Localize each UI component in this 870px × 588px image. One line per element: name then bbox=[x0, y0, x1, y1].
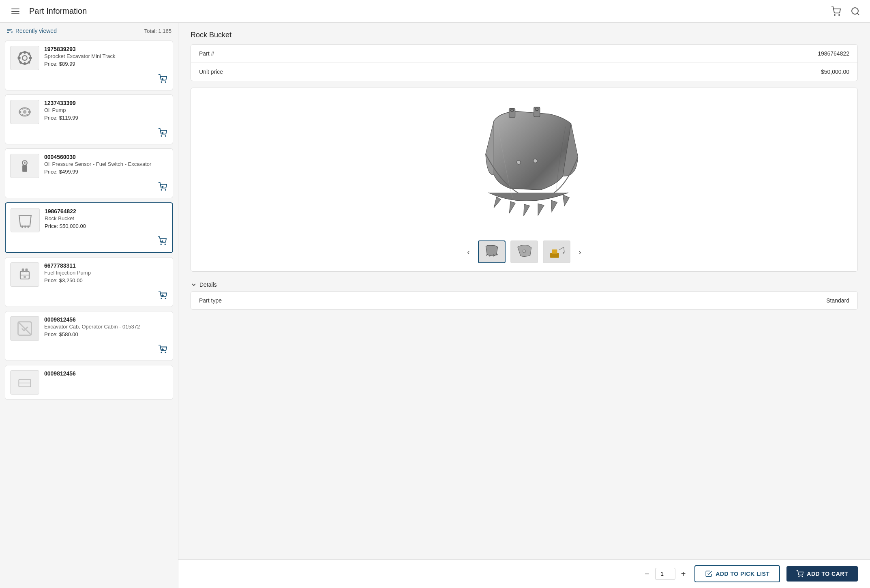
add-to-cart-small-button[interactable] bbox=[157, 181, 168, 193]
svg-rect-39 bbox=[28, 225, 29, 228]
svg-line-3 bbox=[857, 13, 859, 15]
prev-image-button[interactable]: ‹ bbox=[464, 246, 473, 258]
svg-rect-32 bbox=[24, 160, 26, 161]
svg-rect-9 bbox=[24, 51, 26, 54]
part-price: Price: $3,250.00 bbox=[44, 277, 168, 283]
sidebar-total: Total: 1,165 bbox=[144, 28, 171, 34]
image-gallery: ‹ bbox=[191, 88, 858, 272]
cart-icon bbox=[831, 6, 841, 16]
add-to-cart-small-button[interactable] bbox=[157, 127, 168, 139]
part-info: 1237433399 Oil Pump Price: $119.99 bbox=[44, 100, 168, 121]
part-thumbnail-no-image bbox=[10, 316, 39, 341]
cart-add-icon bbox=[158, 345, 167, 354]
svg-point-72 bbox=[799, 576, 799, 577]
part-info: 6677783311 Fuel Injection Pump Price: $3… bbox=[44, 262, 168, 283]
part-number: 0004560030 bbox=[44, 154, 168, 160]
part-name: Oil Pump bbox=[44, 107, 168, 113]
part-number: 1237433399 bbox=[44, 100, 168, 106]
svg-rect-24 bbox=[28, 111, 31, 113]
part-price: Price: $580.00 bbox=[44, 331, 168, 337]
generic-part-icon bbox=[16, 373, 34, 391]
add-to-cart-small-button[interactable] bbox=[157, 290, 168, 302]
search-button[interactable] bbox=[849, 5, 862, 18]
cart-button[interactable] bbox=[829, 5, 842, 18]
app-header: Part Information bbox=[0, 0, 870, 23]
part-info: 1986764822 Rock Bucket Price: $50,000.00 bbox=[45, 208, 167, 229]
svg-point-50 bbox=[165, 298, 166, 299]
menu-button[interactable] bbox=[8, 5, 23, 17]
add-to-cart-button[interactable]: ADD TO CART bbox=[786, 566, 858, 582]
product-title: Rock Bucket bbox=[178, 23, 870, 44]
part-info: 0004560030 Oil Pressure Sensor - Fuel Sw… bbox=[44, 154, 168, 175]
cart-add-icon bbox=[158, 182, 167, 191]
part-card-0009812456b[interactable]: 0009812456 bbox=[5, 365, 173, 400]
part-number: 6677783311 bbox=[44, 262, 168, 269]
quantity-input[interactable] bbox=[655, 568, 675, 580]
part-card-top: 0009812456 bbox=[10, 370, 168, 395]
part-thumbnail bbox=[10, 262, 39, 287]
part-info-card: Part # 1986764822 Unit price $50,000.00 bbox=[191, 44, 858, 81]
cart-add-icon bbox=[158, 291, 167, 300]
action-bar: − + ADD TO PICK LIST ADD TO CART bbox=[178, 559, 870, 588]
part-number: 1975839293 bbox=[44, 46, 168, 52]
svg-point-8 bbox=[22, 56, 27, 60]
part-type-row: Part type Standard bbox=[191, 292, 857, 309]
thumbnail-1[interactable] bbox=[478, 240, 506, 263]
main-product-image bbox=[199, 96, 849, 234]
next-image-button[interactable]: › bbox=[575, 246, 585, 258]
svg-rect-62 bbox=[534, 107, 540, 117]
add-to-cart-small-button[interactable] bbox=[157, 73, 168, 85]
part-card-0004560030[interactable]: 0004560030 Oil Pressure Sensor - Fuel Sw… bbox=[5, 148, 173, 198]
svg-point-2 bbox=[852, 8, 858, 14]
part-card-6677783311[interactable]: 6677783311 Fuel Injection Pump Price: $3… bbox=[5, 257, 173, 307]
part-number-value: 1986764822 bbox=[818, 50, 849, 57]
details-header[interactable]: Details bbox=[191, 278, 858, 291]
thumbnail-3[interactable] bbox=[543, 240, 570, 263]
part-card-1975839293[interactable]: 1975839293 Sprocket Excavator Mini Track… bbox=[5, 41, 173, 90]
part-name: Sprocket Excavator Mini Track bbox=[44, 53, 168, 59]
cart-icon-btn bbox=[796, 570, 804, 577]
quantity-decrease-button[interactable]: − bbox=[642, 569, 652, 579]
svg-point-0 bbox=[834, 15, 835, 15]
part-number: 0009812456 bbox=[44, 370, 168, 377]
svg-rect-10 bbox=[24, 62, 26, 65]
part-price: Price: $89.99 bbox=[44, 61, 168, 67]
part-card-top: 1237433399 Oil Pump Price: $119.99 bbox=[10, 100, 168, 124]
content-area: Rock Bucket Part # 1986764822 Unit price… bbox=[178, 23, 870, 588]
hamburger-icon bbox=[10, 7, 21, 16]
svg-line-71 bbox=[564, 247, 564, 252]
svg-point-65 bbox=[517, 160, 521, 164]
svg-point-22 bbox=[23, 110, 27, 114]
quantity-control: − + bbox=[642, 568, 688, 580]
add-to-pick-list-button[interactable]: ADD TO PICK LIST bbox=[694, 565, 780, 582]
rock-bucket-svg bbox=[455, 96, 593, 234]
no-image-icon bbox=[16, 320, 34, 337]
cart-add-icon bbox=[158, 74, 167, 83]
svg-point-73 bbox=[802, 576, 803, 577]
thumbnail-2[interactable] bbox=[510, 240, 538, 263]
svg-point-1 bbox=[839, 15, 840, 15]
part-card-top: 0004560030 Oil Pressure Sensor - Fuel Sw… bbox=[10, 154, 168, 178]
quantity-increase-button[interactable]: + bbox=[679, 569, 688, 579]
add-to-cart-small-button[interactable] bbox=[157, 344, 168, 356]
cart-add-icon bbox=[158, 236, 167, 245]
thumb-excavator-icon bbox=[548, 244, 566, 260]
svg-rect-61 bbox=[509, 109, 515, 118]
page-title: Part Information bbox=[29, 6, 87, 16]
part-card-bottom bbox=[11, 236, 167, 247]
details-body: Part type Standard bbox=[191, 291, 858, 310]
part-card-0009812456a[interactable]: 0009812456 Excavator Cab, Operator Cabin… bbox=[5, 311, 173, 361]
svg-point-25 bbox=[161, 135, 162, 136]
chevron-down-icon bbox=[191, 281, 197, 288]
part-price: Price: $119.99 bbox=[44, 115, 168, 121]
svg-rect-46 bbox=[25, 268, 28, 272]
add-to-cart-small-button[interactable] bbox=[157, 236, 167, 247]
part-name: Excavator Cab, Operator Cabin - 015372 bbox=[44, 324, 168, 330]
svg-point-66 bbox=[533, 159, 537, 163]
part-card-bottom bbox=[10, 344, 168, 356]
svg-point-40 bbox=[161, 244, 161, 245]
part-card-1237433399[interactable]: 1237433399 Oil Pump Price: $119.99 bbox=[5, 94, 173, 144]
part-card-1986764822[interactable]: 1986764822 Rock Bucket Price: $50,000.00 bbox=[5, 202, 173, 253]
svg-rect-45 bbox=[22, 268, 24, 272]
sidebar-list: 1975839293 Sprocket Excavator Mini Track… bbox=[0, 39, 178, 588]
